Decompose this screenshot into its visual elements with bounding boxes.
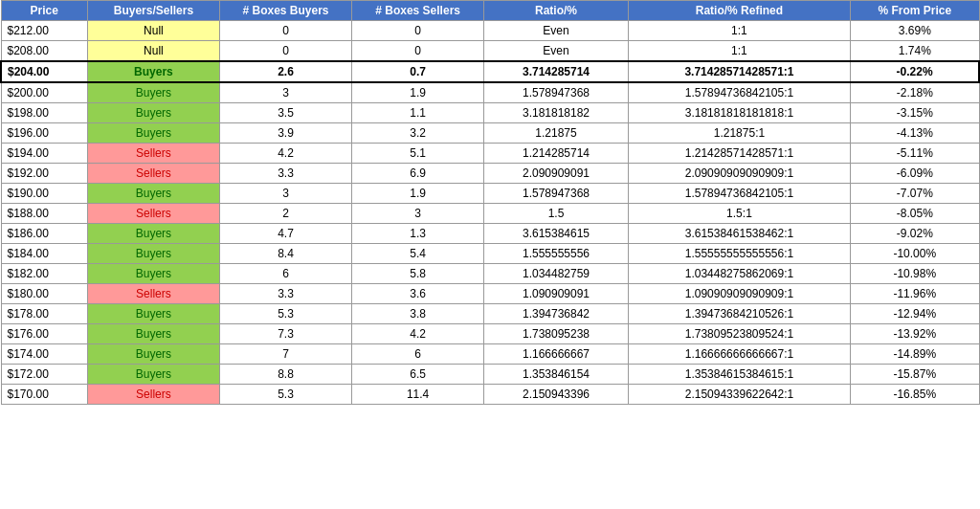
cell-buyers-sellers: Sellers [87, 164, 219, 184]
cell-boxes-sellers: 11.4 [352, 385, 484, 405]
cell-boxes-sellers: 5.1 [352, 144, 484, 164]
cell-boxes-sellers: 6 [352, 344, 484, 365]
cell-price: $172.00 [1, 365, 87, 385]
main-container: Price Buyers/Sellers # Boxes Buyers # Bo… [0, 0, 980, 405]
table-row: $174.00Buyers761.1666666671.166666666666… [1, 344, 979, 365]
table-row: $192.00Sellers3.36.92.0909090912.0909090… [1, 164, 979, 184]
cell-buyers-sellers: Null [87, 41, 219, 62]
cell-boxes-buyers: 7.3 [219, 324, 351, 344]
cell-buyers-sellers: Buyers [87, 365, 219, 385]
table-row: $200.00Buyers31.91.5789473681.5789473684… [1, 82, 979, 103]
cell-boxes-sellers: 3.6 [352, 284, 484, 304]
cell-boxes-buyers: 3.3 [219, 164, 351, 184]
cell-from-price: 1.74% [851, 41, 979, 62]
cell-from-price: -9.02% [851, 224, 979, 244]
cell-price: $194.00 [1, 144, 87, 164]
table-row: $178.00Buyers5.33.81.3947368421.39473684… [1, 304, 979, 324]
cell-boxes-buyers: 5.3 [219, 385, 351, 405]
cell-ratio: 1.578947368 [484, 82, 629, 103]
cell-ratio-refined: 3.18181818181818:1 [628, 103, 850, 123]
cell-price: $178.00 [1, 304, 87, 324]
cell-buyers-sellers: Sellers [87, 284, 219, 304]
cell-ratio: 1.578947368 [484, 184, 629, 204]
table-row: $190.00Buyers31.91.5789473681.5789473684… [1, 184, 979, 204]
cell-ratio-refined: 2.15094339622642:1 [628, 385, 850, 405]
cell-boxes-sellers: 6.9 [352, 164, 484, 184]
cell-boxes-buyers: 4.7 [219, 224, 351, 244]
table-row: $208.00Null00Even1:11.74% [1, 41, 979, 62]
cell-boxes-buyers: 4.2 [219, 144, 351, 164]
cell-boxes-sellers: 1.9 [352, 184, 484, 204]
cell-buyers-sellers: Buyers [87, 184, 219, 204]
cell-ratio-refined: 1.57894736842105:1 [628, 184, 850, 204]
cell-ratio-refined: 1.39473684210526:1 [628, 304, 850, 324]
cell-price: $174.00 [1, 344, 87, 365]
cell-boxes-sellers: 6.5 [352, 365, 484, 385]
col-buyers-sellers: Buyers/Sellers [87, 1, 219, 21]
cell-ratio: 1.394736842 [484, 304, 629, 324]
cell-ratio-refined: 1.5:1 [628, 204, 850, 224]
cell-buyers-sellers: Buyers [87, 61, 219, 82]
cell-boxes-sellers: 1.3 [352, 224, 484, 244]
cell-price: $208.00 [1, 41, 87, 62]
cell-boxes-sellers: 3 [352, 204, 484, 224]
cell-from-price: -11.96% [851, 284, 979, 304]
cell-from-price: -14.89% [851, 344, 979, 365]
table-row: $186.00Buyers4.71.33.6153846153.61538461… [1, 224, 979, 244]
cell-ratio-refined: 1:1 [628, 21, 850, 41]
cell-buyers-sellers: Sellers [87, 385, 219, 405]
cell-buyers-sellers: Buyers [87, 264, 219, 284]
cell-boxes-sellers: 5.8 [352, 264, 484, 284]
cell-ratio: 3.714285714 [484, 61, 629, 82]
cell-price: $192.00 [1, 164, 87, 184]
cell-boxes-sellers: 0 [352, 21, 484, 41]
cell-boxes-buyers: 8.8 [219, 365, 351, 385]
header-wrapper: Price Buyers/Sellers # Boxes Buyers # Bo… [0, 0, 980, 405]
table-row: $172.00Buyers8.86.51.3538461541.35384615… [1, 365, 979, 385]
cell-boxes-buyers: 2 [219, 204, 351, 224]
cell-from-price: -2.18% [851, 82, 979, 103]
cell-ratio-refined: 1.55555555555556:1 [628, 244, 850, 264]
cell-ratio: 1.5 [484, 204, 629, 224]
table-row: $180.00Sellers3.33.61.0909090911.0909090… [1, 284, 979, 304]
table-row: $170.00Sellers5.311.42.1509433962.150943… [1, 385, 979, 405]
cell-from-price: -0.22% [851, 61, 979, 82]
cell-ratio: Even [484, 21, 629, 41]
col-from-price: % From Price [851, 1, 979, 21]
cell-boxes-sellers: 3.2 [352, 123, 484, 144]
cell-price: $176.00 [1, 324, 87, 344]
col-boxes-sellers: # Boxes Sellers [352, 1, 484, 21]
cell-ratio-refined: 1:1 [628, 41, 850, 62]
cell-boxes-sellers: 4.2 [352, 324, 484, 344]
cell-ratio-refined: 2.09090909090909:1 [628, 164, 850, 184]
cell-from-price: -16.85% [851, 385, 979, 405]
cell-ratio-refined: 1.09090909090909:1 [628, 284, 850, 304]
cell-ratio: 1.555555556 [484, 244, 629, 264]
cell-ratio: 2.090909091 [484, 164, 629, 184]
cell-price: $212.00 [1, 21, 87, 41]
cell-from-price: -3.15% [851, 103, 979, 123]
cell-ratio-refined: 1.03448275862069:1 [628, 264, 850, 284]
cell-ratio: 1.214285714 [484, 144, 629, 164]
cell-boxes-buyers: 3.9 [219, 123, 351, 144]
cell-from-price: -8.05% [851, 204, 979, 224]
cell-boxes-buyers: 6 [219, 264, 351, 284]
cell-price: $188.00 [1, 204, 87, 224]
cell-ratio-refined: 1.21875:1 [628, 123, 850, 144]
cell-boxes-buyers: 0 [219, 41, 351, 62]
cell-buyers-sellers: Buyers [87, 344, 219, 365]
col-price: Price [1, 1, 87, 21]
cell-from-price: -7.07% [851, 184, 979, 204]
cell-boxes-buyers: 8.4 [219, 244, 351, 264]
table-row: $182.00Buyers65.81.0344827591.0344827586… [1, 264, 979, 284]
col-ratio: Ratio/% [484, 1, 629, 21]
cell-buyers-sellers: Buyers [87, 123, 219, 144]
col-ratio-refined: Ratio/% Refined [628, 1, 850, 21]
cell-price: $182.00 [1, 264, 87, 284]
data-table: Price Buyers/Sellers # Boxes Buyers # Bo… [0, 0, 980, 405]
cell-buyers-sellers: Buyers [87, 304, 219, 324]
cell-price: $200.00 [1, 82, 87, 103]
cell-ratio-refined: 1.16666666666667:1 [628, 344, 850, 365]
cell-buyers-sellers: Sellers [87, 144, 219, 164]
cell-from-price: 3.69% [851, 21, 979, 41]
